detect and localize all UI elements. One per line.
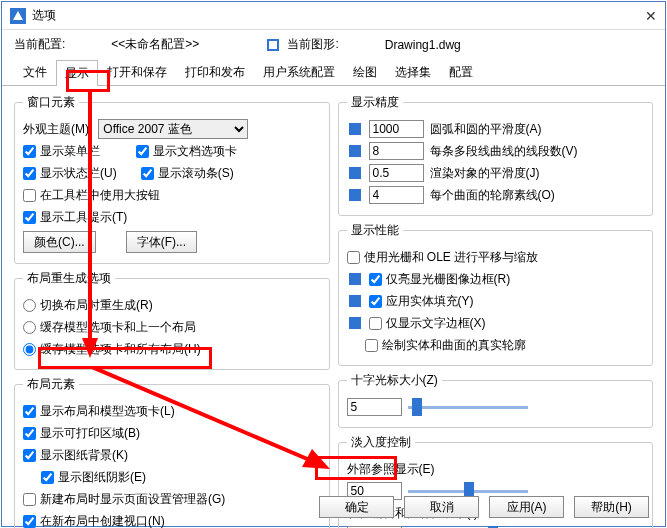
show-scroll-checkbox[interactable]: 显示滚动条(S) — [141, 165, 234, 182]
regen-cache-all-radio[interactable]: 缓存模型选项卡和所有布局(H) — [23, 341, 201, 358]
show-page-setup-checkbox[interactable]: 新建布局时显示页面设置管理器(G) — [23, 491, 225, 508]
display-precision-group: 显示精度 圆弧和圆的平滑度(A) 每条多段线曲线的线段数(V) 渲染对象的平滑度… — [338, 94, 654, 216]
current-config-label: 当前配置: — [14, 36, 65, 53]
font-button[interactable]: 字体(F)... — [126, 231, 197, 253]
tab-display[interactable]: 显示 — [56, 60, 98, 86]
regen-switch-radio[interactable]: 切换布局时重生成(R) — [23, 297, 153, 314]
current-config-value: <<未命名配置>> — [111, 36, 199, 53]
dwg-icon — [347, 271, 363, 287]
true-silhouette-checkbox[interactable]: 绘制实体和曲面的真实轮廓 — [365, 337, 526, 354]
show-printable-checkbox[interactable]: 显示可打印区域(B) — [23, 425, 140, 442]
crosshair-input[interactable] — [347, 398, 402, 416]
xref-fade-slider[interactable] — [408, 490, 528, 493]
svg-rect-6 — [349, 189, 361, 201]
apply-button[interactable]: 应用(A) — [489, 496, 564, 518]
tab-drafting[interactable]: 绘图 — [344, 59, 386, 85]
svg-rect-8 — [349, 295, 361, 307]
dwg-icon — [347, 293, 363, 309]
layout-elements-legend: 布局元素 — [23, 376, 79, 393]
text-frame-checkbox[interactable]: 仅显示文字边框(X) — [369, 315, 486, 332]
dwg-icon — [347, 121, 363, 137]
ok-button[interactable]: 确定 — [319, 496, 394, 518]
crosshair-group: 十字光标大小(Z) — [338, 372, 654, 428]
xref-fade-label: 外部参照显示(E) — [347, 461, 435, 478]
dwg-icon — [347, 187, 363, 203]
theme-label: 外观主题(M): — [23, 121, 92, 138]
tab-print[interactable]: 打印和发布 — [176, 59, 254, 85]
tab-bar: 文件 显示 打开和保存 打印和发布 用户系统配置 绘图 选择集 配置 — [2, 59, 665, 86]
drawing-icon — [265, 37, 281, 53]
solid-fill-checkbox[interactable]: 应用实体填充(Y) — [369, 293, 474, 310]
svg-rect-3 — [349, 123, 361, 135]
segments-input[interactable] — [369, 142, 424, 160]
tab-selection[interactable]: 选择集 — [386, 59, 440, 85]
display-precision-legend: 显示精度 — [347, 94, 403, 111]
arc-smooth-label: 圆弧和圆的平滑度(A) — [430, 121, 542, 138]
tab-file[interactable]: 文件 — [14, 59, 56, 85]
help-button[interactable]: 帮助(H) — [574, 496, 649, 518]
regen-cache-last-radio[interactable]: 缓存模型选项卡和上一个布局 — [23, 319, 196, 336]
tab-profiles[interactable]: 配置 — [440, 59, 482, 85]
dwg-icon — [347, 165, 363, 181]
layout-regen-legend: 布局重生成选项 — [23, 270, 115, 287]
show-menu-checkbox[interactable]: 显示菜单栏 — [23, 143, 100, 160]
render-smooth-input[interactable] — [369, 164, 424, 182]
tab-user-sys[interactable]: 用户系统配置 — [254, 59, 344, 85]
tab-open-save[interactable]: 打开和保存 — [98, 59, 176, 85]
pan-raster-checkbox[interactable]: 使用光栅和 OLE 进行平移与缩放 — [347, 249, 539, 266]
show-status-checkbox[interactable]: 显示状态栏(U) — [23, 165, 117, 182]
layout-elements-group: 布局元素 显示布局和模型选项卡(L) 显示可打印区域(B) 显示图纸背景(K) … — [14, 376, 330, 528]
show-tooltips-checkbox[interactable]: 显示工具提示(T) — [23, 209, 127, 226]
layout-regen-group: 布局重生成选项 切换布局时重生成(R) 缓存模型选项卡和上一个布局 缓存模型选项… — [14, 270, 330, 370]
show-layout-tabs-checkbox[interactable]: 显示布局和模型选项卡(L) — [23, 403, 175, 420]
theme-select[interactable]: Office 2007 蓝色 — [98, 119, 248, 139]
create-viewport-checkbox[interactable]: 在新布局中创建视口(N) — [23, 513, 165, 529]
svg-rect-5 — [349, 167, 361, 179]
show-doc-tab-checkbox[interactable]: 显示文档选项卡 — [136, 143, 237, 160]
dwg-icon — [347, 315, 363, 331]
crosshair-slider[interactable] — [408, 406, 528, 409]
fade-legend: 淡入度控制 — [347, 434, 415, 451]
big-buttons-checkbox[interactable]: 在工具栏中使用大按钮 — [23, 187, 160, 204]
highlight-raster-checkbox[interactable]: 仅亮显光栅图像边框(R) — [369, 271, 511, 288]
crosshair-legend: 十字光标大小(Z) — [347, 372, 442, 389]
svg-rect-9 — [349, 317, 361, 329]
show-paper-shadow-checkbox[interactable]: 显示图纸阴影(E) — [41, 469, 146, 486]
contour-label: 每个曲面的轮廓素线(O) — [430, 187, 555, 204]
render-smooth-label: 渲染对象的平滑度(J) — [430, 165, 540, 182]
segments-label: 每条多段线曲线的线段数(V) — [430, 143, 578, 160]
app-logo-icon — [10, 8, 26, 24]
close-icon[interactable]: ✕ — [645, 8, 657, 24]
contour-input[interactable] — [369, 186, 424, 204]
window-elements-legend: 窗口元素 — [23, 94, 79, 111]
svg-rect-2 — [269, 41, 277, 49]
arc-smooth-input[interactable] — [369, 120, 424, 138]
cancel-button[interactable]: 取消 — [404, 496, 479, 518]
current-drawing-label: 当前图形: — [287, 36, 338, 53]
dialog-title: 选项 — [32, 7, 56, 24]
show-paper-bg-checkbox[interactable]: 显示图纸背景(K) — [23, 447, 128, 464]
display-perf-group: 显示性能 使用光栅和 OLE 进行平移与缩放 仅亮显光栅图像边框(R) 应用实体… — [338, 222, 654, 366]
dwg-icon — [347, 143, 363, 159]
window-elements-group: 窗口元素 外观主题(M): Office 2007 蓝色 显示菜单栏 显示文档选… — [14, 94, 330, 264]
current-drawing-value: Drawing1.dwg — [385, 38, 461, 52]
color-button[interactable]: 颜色(C)... — [23, 231, 96, 253]
display-perf-legend: 显示性能 — [347, 222, 403, 239]
svg-rect-7 — [349, 273, 361, 285]
svg-rect-4 — [349, 145, 361, 157]
